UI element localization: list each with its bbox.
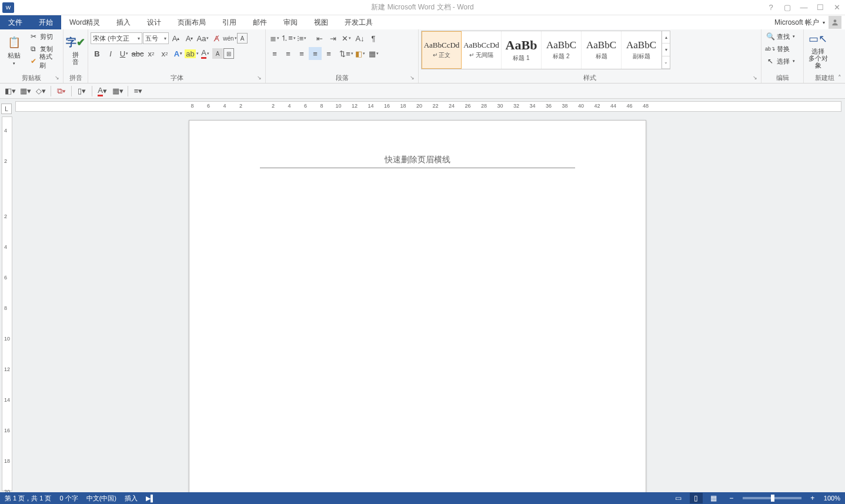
superscript-button[interactable]: x2: [158, 47, 171, 60]
char-border-button[interactable]: ⊞: [223, 48, 234, 59]
collapse-ribbon-icon[interactable]: ˄: [838, 74, 841, 82]
help-icon[interactable]: ?: [763, 0, 779, 15]
enclose-char-button[interactable]: A: [237, 33, 248, 44]
status-mode[interactable]: 插入: [125, 494, 138, 503]
qat-font-color-icon[interactable]: A▾: [96, 85, 109, 97]
shrink-font-button[interactable]: A▾: [183, 32, 196, 45]
style-title[interactable]: AaBbC标题: [582, 31, 622, 69]
tab-mailings[interactable]: 邮件: [245, 15, 275, 29]
italic-button[interactable]: I: [104, 47, 117, 60]
text-effects-button[interactable]: A: [172, 47, 185, 60]
font-color-button[interactable]: A: [199, 47, 212, 60]
tab-developer[interactable]: 开发工具: [336, 15, 381, 29]
scroll-up-icon[interactable]: ▴: [662, 31, 670, 44]
bold-button[interactable]: B: [91, 47, 103, 60]
paste-button[interactable]: 📋 粘贴 ▾: [2, 31, 26, 69]
style-normal[interactable]: AaBbCcDd↵ 正文: [422, 31, 462, 69]
decrease-indent-button[interactable]: ⇤: [313, 32, 326, 45]
shading-button[interactable]: ◧: [353, 47, 366, 60]
format-painter-button[interactable]: ✔格式刷: [27, 55, 61, 67]
horizontal-ruler[interactable]: 8642246810121416182022242628303234363840…: [15, 101, 841, 112]
qat-shape-icon[interactable]: ◇▾: [34, 85, 47, 97]
borders-button[interactable]: ▦: [367, 47, 380, 60]
tab-layout[interactable]: 页面布局: [169, 15, 214, 29]
asian-layout-button[interactable]: ✕: [340, 32, 353, 45]
status-page[interactable]: 第 1 页，共 1 页: [5, 494, 51, 503]
dialog-launcher-icon[interactable]: ↘: [55, 75, 59, 81]
change-case-button[interactable]: Aa: [196, 32, 209, 45]
tab-review[interactable]: 审阅: [275, 15, 306, 29]
styles-more-icon[interactable]: ⌄: [662, 56, 670, 69]
select-objects-button[interactable]: ▭↖ 选择 多个对象: [806, 31, 830, 69]
show-marks-button[interactable]: ¶: [367, 32, 380, 45]
tab-home[interactable]: 开始: [31, 15, 61, 29]
qat-more-icon[interactable]: ≡▾: [132, 85, 145, 97]
tab-stop-selector[interactable]: L: [1, 104, 12, 114]
view-print-icon[interactable]: ▯: [690, 493, 703, 503]
numbering-button[interactable]: ⒈≡: [282, 32, 295, 45]
style-subtitle[interactable]: AaBbC副标题: [622, 31, 662, 69]
tab-references[interactable]: 引用: [214, 15, 245, 29]
select-button[interactable]: ↖选择▾: [764, 55, 797, 67]
maximize-icon[interactable]: ☐: [812, 0, 829, 15]
tab-view[interactable]: 视图: [306, 15, 336, 29]
tab-file[interactable]: 文件: [0, 15, 31, 29]
zoom-slider[interactable]: [743, 497, 801, 499]
document-page[interactable]: 快速删除页眉横线: [189, 120, 646, 495]
style-heading2[interactable]: AaBbC标题 2: [542, 31, 582, 69]
zoom-thumb[interactable]: [771, 495, 774, 502]
account-area[interactable]: Microsoft 帐户 ▾: [774, 16, 841, 28]
multilevel-button[interactable]: ⁝≡: [295, 32, 308, 45]
qat-fill-icon[interactable]: ◧▾: [4, 85, 16, 97]
font-name-combo[interactable]: 宋体 (中文正▾: [91, 32, 142, 44]
zoom-level[interactable]: 100%: [824, 495, 840, 502]
align-right-button[interactable]: ≡: [295, 47, 308, 60]
subscript-button[interactable]: x2: [145, 47, 158, 60]
strikethrough-button[interactable]: abc: [131, 47, 144, 60]
qat-highlight-icon[interactable]: ⧉▾: [55, 85, 68, 97]
status-macro-icon[interactable]: ▶▌: [146, 495, 155, 502]
vertical-ruler[interactable]: 4224681012141618202224: [2, 116, 12, 491]
replace-button[interactable]: ab↴替换: [764, 43, 797, 55]
phonetic-guide-button[interactable]: wén: [223, 32, 236, 45]
zoom-out-icon[interactable]: −: [725, 493, 738, 503]
pinyin-button[interactable]: 字✔ 拼 音: [66, 31, 85, 69]
style-heading1[interactable]: AaBb标题 1: [502, 31, 542, 69]
increase-indent-button[interactable]: ⇥: [326, 32, 339, 45]
font-size-combo[interactable]: 五号▾: [143, 32, 169, 44]
qat-border-icon[interactable]: ▦▾: [111, 85, 124, 97]
dialog-launcher-icon[interactable]: ↘: [753, 75, 757, 81]
underline-button[interactable]: U: [118, 47, 131, 60]
tab-insert[interactable]: 插入: [108, 15, 139, 29]
qat-table-icon[interactable]: ▦▾: [19, 85, 32, 97]
view-read-icon[interactable]: ▭: [672, 493, 685, 503]
line-spacing-button[interactable]: ⇅≡: [340, 47, 353, 60]
cut-button[interactable]: ✂剪切: [27, 31, 61, 42]
tab-word-wizard[interactable]: Word精灵: [61, 15, 108, 29]
dialog-launcher-icon[interactable]: ↘: [257, 75, 262, 81]
align-left-button[interactable]: ≡: [268, 47, 281, 60]
minimize-icon[interactable]: —: [796, 0, 812, 15]
find-button[interactable]: 🔍查找▾: [764, 31, 797, 42]
dialog-launcher-icon[interactable]: ↘: [410, 75, 415, 81]
highlight-button[interactable]: ab: [185, 47, 198, 60]
ribbon-display-icon[interactable]: ▢: [779, 0, 796, 15]
grow-font-button[interactable]: A▴: [169, 32, 182, 45]
clear-formatting-button[interactable]: A̸: [210, 32, 223, 45]
status-language[interactable]: 中文(中国): [86, 494, 116, 503]
tab-design[interactable]: 设计: [139, 15, 169, 29]
style-no-spacing[interactable]: AaBbCcDd↵ 无间隔: [462, 31, 502, 69]
sort-button[interactable]: A↓: [353, 32, 366, 45]
bullets-button[interactable]: ≣: [268, 32, 281, 45]
close-icon[interactable]: ✕: [829, 0, 845, 15]
zoom-in-icon[interactable]: +: [806, 493, 819, 503]
align-center-button[interactable]: ≡: [282, 47, 295, 60]
qat-page-icon[interactable]: ▯▾: [75, 85, 88, 97]
view-web-icon[interactable]: ▦: [707, 493, 720, 503]
char-shading-button[interactable]: A: [212, 48, 223, 59]
distributed-button[interactable]: ≡: [322, 47, 335, 60]
page-header-text[interactable]: 快速删除页眉横线: [385, 155, 450, 165]
status-word-count[interactable]: 0 个字: [59, 494, 78, 503]
scroll-down-icon[interactable]: ▾: [662, 44, 670, 56]
align-justify-button[interactable]: ≡: [309, 47, 322, 60]
